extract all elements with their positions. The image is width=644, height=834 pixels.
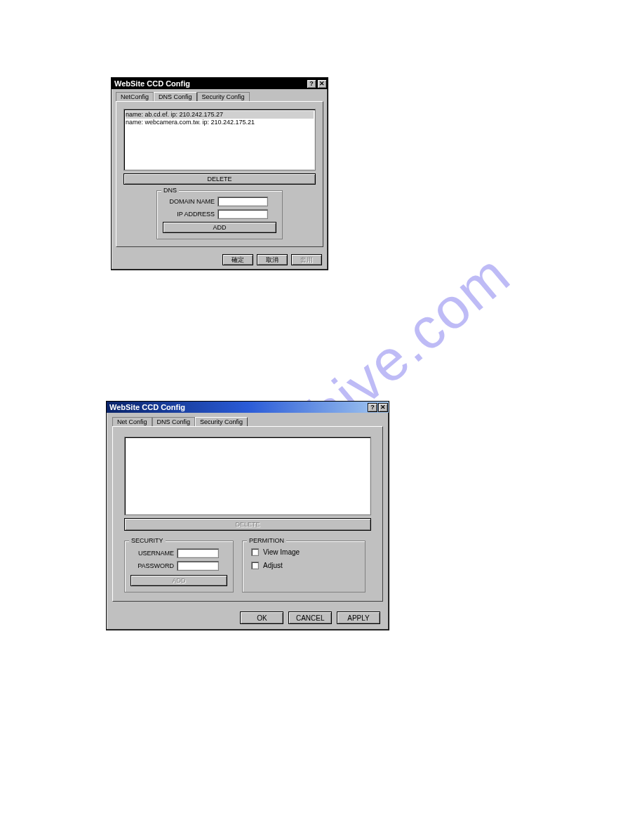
tab-strip: NetConfig DNS Config Security Config [112, 89, 328, 101]
apply-button[interactable]: APPLY [337, 611, 380, 624]
domain-name-input[interactable] [217, 197, 268, 206]
security-groupbox: SECURITY USERNAME PASSWORD ADD [124, 541, 234, 593]
ip-address-input[interactable] [217, 209, 268, 219]
delete-button[interactable]: DELETE [124, 518, 371, 531]
tab-netconfig[interactable]: NetConfig [116, 92, 154, 101]
adjust-label: Adjust [263, 562, 283, 569]
view-image-checkbox[interactable] [251, 548, 259, 556]
close-button[interactable]: ✕ [317, 79, 327, 88]
permition-group-label: PERMITION [247, 537, 286, 544]
delete-button[interactable]: DELETE [123, 173, 316, 185]
adjust-row: Adjust [251, 562, 359, 569]
dns-groupbox: DNS DOMAIN NAME IP ADDRESS ADD [156, 190, 283, 239]
tab-dnsconfig[interactable]: DNS Config [152, 417, 196, 426]
username-input[interactable] [177, 548, 219, 558]
dialog-title: WebSite CCD Config [114, 79, 190, 88]
ok-button[interactable]: 確定 [222, 254, 253, 265]
domain-name-label: DOMAIN NAME [163, 198, 215, 205]
tab-dnsconfig[interactable]: DNS Config [154, 92, 197, 101]
ip-address-label: IP ADDRESS [163, 211, 215, 218]
dialog-title: WebSite CCD Config [109, 403, 185, 411]
titlebar[interactable]: WebSite CCD Config ? ✕ [112, 78, 328, 89]
help-button[interactable]: ? [307, 79, 316, 88]
dns-config-dialog: WebSite CCD Config ? ✕ NetConfig DNS Con… [111, 77, 328, 270]
titlebar[interactable]: WebSite CCD Config ? ✕ [107, 402, 389, 413]
password-label: PASSWORD [130, 562, 174, 569]
security-config-dialog: WebSite CCD Config ? ✕ Net Config DNS Co… [106, 401, 389, 630]
tab-panel: name: ab.cd.ef. ip: 210.242.175.27 name:… [116, 101, 323, 247]
cancel-button[interactable]: CANCEL [288, 611, 332, 624]
dialog-button-row: OK CANCEL APPLY [107, 607, 389, 630]
adjust-checkbox[interactable] [251, 562, 259, 569]
help-button[interactable]: ? [368, 403, 377, 412]
tab-netconfig[interactable]: Net Config [112, 417, 152, 426]
add-button[interactable]: ADD [130, 575, 227, 586]
cancel-button[interactable]: 取消 [257, 254, 288, 265]
permition-groupbox: PERMITION View Image Adjust [242, 541, 365, 593]
dns-listbox[interactable]: name: ab.cd.ef. ip: 210.242.175.27 name:… [123, 109, 316, 171]
password-input[interactable] [177, 561, 219, 571]
view-image-label: View Image [263, 548, 300, 556]
tab-securityconfig[interactable]: Security Config [197, 92, 250, 101]
list-item[interactable]: name: webcamera.com.tw. ip: 210.242.175.… [126, 119, 314, 126]
tab-strip: Net Config DNS Config Security Config [107, 413, 389, 426]
dialog-button-row: 確定 取消 套用 [112, 251, 328, 270]
close-button[interactable]: ✕ [378, 403, 388, 412]
security-group-label: SECURITY [129, 537, 166, 544]
ok-button[interactable]: OK [240, 611, 283, 624]
add-button[interactable]: ADD [163, 222, 276, 233]
tab-panel: DELETE SECURITY USERNAME PASSWORD ADD PE… [112, 426, 383, 602]
tab-securityconfig[interactable]: Security Config [195, 417, 248, 426]
list-item[interactable]: name: ab.cd.ef. ip: 210.242.175.27 [126, 111, 314, 119]
username-label: USERNAME [130, 550, 174, 557]
view-image-row: View Image [251, 548, 359, 556]
apply-button[interactable]: 套用 [291, 254, 322, 265]
dns-group-label: DNS [161, 187, 179, 194]
security-listbox[interactable] [124, 437, 371, 515]
